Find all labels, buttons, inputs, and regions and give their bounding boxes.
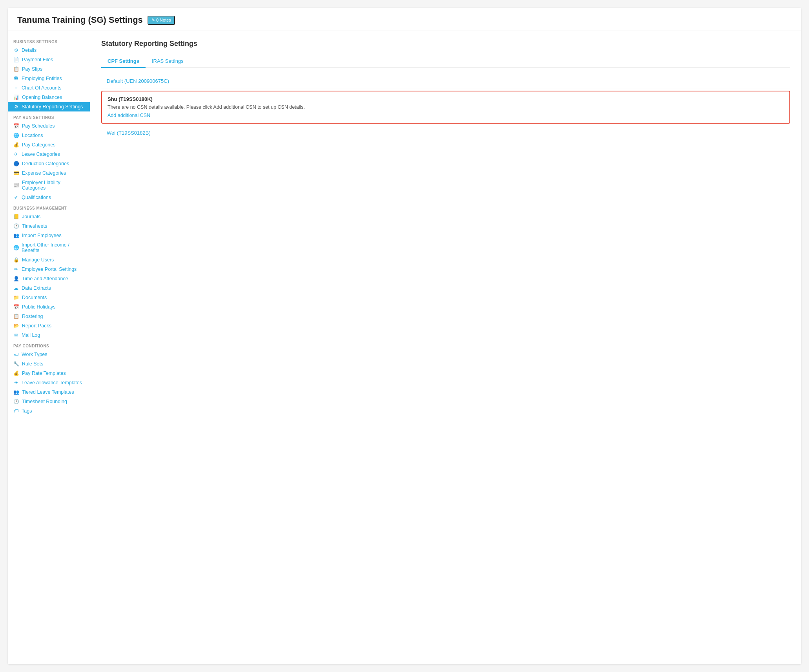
sidebar-item-deduction-categories[interactable]: 🔵Deduction Categories <box>8 159 90 168</box>
cpf-entry-shu-name: Shu (T19SS0180K) <box>108 96 784 102</box>
sidebar-item-pay-categories[interactable]: 💰Pay Categories <box>8 140 90 150</box>
opening-balances-icon: 📊 <box>13 95 19 100</box>
sidebar-item-employer-liability-categories[interactable]: 📰Employer Liability Categories <box>8 178 90 193</box>
sidebar-item-label-documents: Documents <box>22 295 47 300</box>
sidebar-item-label-mail-log: Mail Log <box>22 332 40 338</box>
sidebar-item-import-employees[interactable]: 👥Import Employees <box>8 231 90 240</box>
cpf-entry-wei-link[interactable]: Wei (T19SS0182B) <box>107 130 151 136</box>
sidebar-item-label-deduction-categories: Deduction Categories <box>22 161 69 166</box>
sidebar-item-label-journals: Journals <box>22 214 40 219</box>
sidebar-item-label-pay-categories: Pay Categories <box>22 142 55 148</box>
sidebar-item-label-expense-categories: Expense Categories <box>22 170 66 176</box>
pay-rate-templates-icon: 💰 <box>13 371 19 376</box>
sidebar-section-pay-run-settings: PAY RUN SETTINGS <box>8 111 90 121</box>
chart-of-accounts-icon: ≡ <box>13 85 19 91</box>
journals-icon: 📒 <box>13 214 19 219</box>
page-header: Tanuma Training (SG) Settings ✎ 0 Notes <box>8 8 801 31</box>
sidebar-item-time-and-attendance[interactable]: 👤Time and Attendance <box>8 274 90 283</box>
leave-categories-icon: ✈ <box>13 152 19 157</box>
sidebar-item-expense-categories[interactable]: 💳Expense Categories <box>8 168 90 178</box>
sidebar-item-manage-users[interactable]: 🔒Manage Users <box>8 255 90 265</box>
sidebar-item-label-chart-of-accounts: Chart Of Accounts <box>22 85 61 91</box>
sidebar-item-pay-rate-templates[interactable]: 💰Pay Rate Templates <box>8 369 90 378</box>
sidebar-item-rule-sets[interactable]: 🔧Rule Sets <box>8 359 90 369</box>
payment-files-icon: 📄 <box>13 57 19 62</box>
tab-cpf-settings[interactable]: CPF Settings <box>101 55 146 68</box>
sidebar-item-label-import-employees: Import Employees <box>22 233 62 238</box>
cpf-entry-default: Default (UEN 200900675C) <box>101 74 790 88</box>
sidebar-item-label-pay-slips: Pay Slips <box>22 66 42 72</box>
employer-liability-categories-icon: 📰 <box>13 183 19 188</box>
sidebar-item-chart-of-accounts[interactable]: ≡Chart Of Accounts <box>8 83 90 93</box>
sidebar-item-opening-balances[interactable]: 📊Opening Balances <box>8 93 90 102</box>
timesheet-rounding-icon: 🕐 <box>13 399 19 404</box>
sidebar-item-employee-portal-settings[interactable]: ✏Employee Portal Settings <box>8 265 90 274</box>
public-holidays-icon: 📅 <box>13 304 19 310</box>
locations-icon: 🌐 <box>13 133 19 138</box>
rostering-icon: 📋 <box>13 314 19 319</box>
sidebar-section-pay-conditions: PAY CONDITIONS <box>8 340 90 350</box>
tab-iras-settings[interactable]: IRAS Settings <box>146 55 190 68</box>
sidebar-item-label-report-packs: Report Packs <box>22 323 51 329</box>
cpf-entry-shu-desc: There are no CSN details available. Plea… <box>108 104 784 110</box>
sidebar-item-mail-log[interactable]: ✉Mail Log <box>8 331 90 340</box>
tiered-leave-templates-icon: 👥 <box>13 389 19 395</box>
sidebar-item-label-work-types: Work Types <box>22 352 47 357</box>
sidebar-item-work-types[interactable]: 🏷Work Types <box>8 350 90 359</box>
sidebar-item-pay-slips[interactable]: 📋Pay Slips <box>8 64 90 74</box>
sidebar-item-payment-files[interactable]: 📄Payment Files <box>8 55 90 64</box>
sidebar-item-label-manage-users: Manage Users <box>22 257 54 263</box>
sidebar-item-label-leave-allowance-templates: Leave Allowance Templates <box>22 380 82 385</box>
sidebar-item-public-holidays[interactable]: 📅Public Holidays <box>8 302 90 312</box>
cpf-entry-default-link[interactable]: Default (UEN 200900675C) <box>107 78 169 84</box>
sidebar-item-report-packs[interactable]: 📂Report Packs <box>8 321 90 331</box>
sidebar-item-details[interactable]: ⚙Details <box>8 46 90 55</box>
sidebar-item-pay-schedules[interactable]: 📅Pay Schedules <box>8 121 90 131</box>
sidebar-item-tiered-leave-templates[interactable]: 👥Tiered Leave Templates <box>8 387 90 397</box>
notes-badge-button[interactable]: ✎ 0 Notes <box>148 16 175 25</box>
pay-schedules-icon: 📅 <box>13 123 19 129</box>
tags-icon: 🏷 <box>13 408 19 414</box>
sidebar-item-timesheet-rounding[interactable]: 🕐Timesheet Rounding <box>8 397 90 406</box>
cpf-entries-list: Default (UEN 200900675C) Shu (T19SS0180K… <box>101 74 790 140</box>
sidebar-item-label-employee-portal-settings: Employee Portal Settings <box>22 267 77 272</box>
sidebar-item-locations[interactable]: 🌐Locations <box>8 131 90 140</box>
cpf-add-csn-link[interactable]: Add additional CSN <box>108 113 150 118</box>
sidebar-section-business-management: BUSINESS MANAGEMENT <box>8 202 90 212</box>
sidebar-item-documents[interactable]: 📁Documents <box>8 293 90 302</box>
sidebar-item-label-rostering: Rostering <box>22 314 43 319</box>
sidebar-item-label-employing-entities: Employing Entities <box>22 76 62 81</box>
sidebar-item-timesheets[interactable]: 🕐Timesheets <box>8 221 90 231</box>
import-employees-icon: 👥 <box>13 233 19 238</box>
pay-categories-icon: 💰 <box>13 142 19 148</box>
section-title: Statutory Reporting Settings <box>101 40 790 48</box>
sidebar-item-label-pay-schedules: Pay Schedules <box>22 123 55 129</box>
sidebar-item-label-rule-sets: Rule Sets <box>22 361 43 367</box>
main-content: Statutory Reporting Settings CPF Setting… <box>90 31 801 664</box>
sidebar-item-import-other-income[interactable]: 🌐Import Other Income / Benefits <box>8 240 90 255</box>
sidebar-item-journals[interactable]: 📒Journals <box>8 212 90 221</box>
sidebar-item-leave-categories[interactable]: ✈Leave Categories <box>8 150 90 159</box>
sidebar-item-leave-allowance-templates[interactable]: ✈Leave Allowance Templates <box>8 378 90 387</box>
page-wrapper: Tanuma Training (SG) Settings ✎ 0 Notes … <box>8 8 801 664</box>
tabs-bar: CPF Settings IRAS Settings <box>101 55 790 68</box>
report-packs-icon: 📂 <box>13 323 19 329</box>
sidebar-item-statutory-reporting-settings[interactable]: ⚙Statutory Reporting Settings <box>8 102 90 111</box>
cpf-entry-shu: Shu (T19SS0180K) There are no CSN detail… <box>101 91 790 124</box>
sidebar-item-label-statutory-reporting-settings: Statutory Reporting Settings <box>22 104 83 110</box>
rule-sets-icon: 🔧 <box>13 361 19 367</box>
sidebar-item-rostering[interactable]: 📋Rostering <box>8 312 90 321</box>
mail-log-icon: ✉ <box>13 332 19 338</box>
data-extracts-icon: ☁ <box>13 285 19 291</box>
deduction-categories-icon: 🔵 <box>13 161 19 166</box>
sidebar-item-qualifications[interactable]: ✔Qualifications <box>8 193 90 202</box>
sidebar-item-label-import-other-income: Import Other Income / Benefits <box>22 242 84 253</box>
sidebar-item-label-tags: Tags <box>22 408 32 414</box>
sidebar-item-employing-entities[interactable]: 🏛Employing Entities <box>8 74 90 83</box>
sidebar-item-tags[interactable]: 🏷Tags <box>8 406 90 416</box>
sidebar-item-data-extracts[interactable]: ☁Data Extracts <box>8 283 90 293</box>
sidebar-item-label-employer-liability-categories: Employer Liability Categories <box>22 180 84 191</box>
qualifications-icon: ✔ <box>13 195 19 200</box>
sidebar-item-label-opening-balances: Opening Balances <box>22 95 62 100</box>
time-and-attendance-icon: 👤 <box>13 276 19 281</box>
